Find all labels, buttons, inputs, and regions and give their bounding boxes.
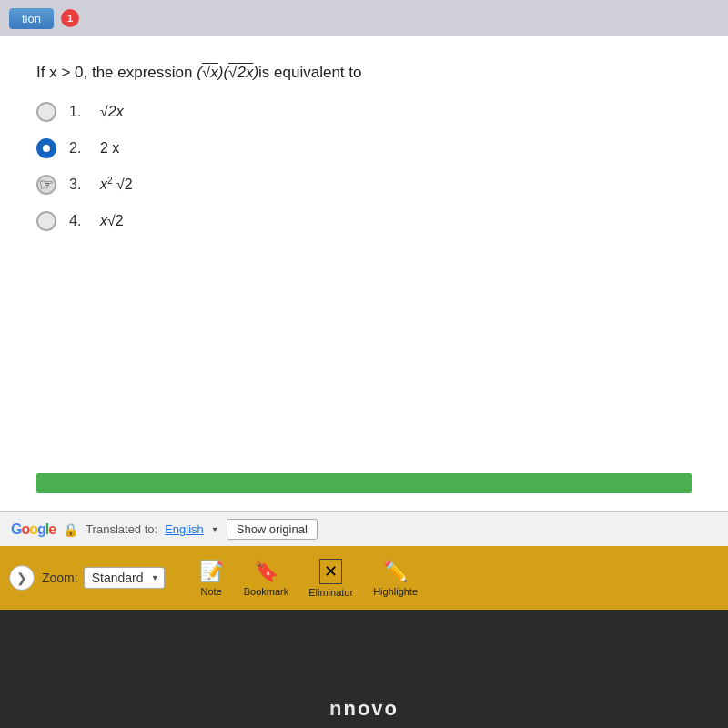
translated-to-label: Translated to: [86, 522, 157, 536]
eliminator-label: Eliminator [308, 587, 353, 598]
option-row-2[interactable]: 2. 2 x [36, 138, 692, 158]
notification-badge: 1 [61, 9, 79, 27]
option-number-2: 2. [69, 140, 87, 157]
language-dropdown-icon[interactable]: ▼ [211, 525, 219, 534]
option-math-1: √2x [100, 104, 124, 120]
radio-option-4[interactable] [36, 211, 56, 231]
laptop-keyboard-area: nnovo [0, 610, 728, 728]
question-area: If x > 0, the expression (√x)(√2x)is equ… [0, 36, 728, 511]
option-row-4[interactable]: 4. x√2 [36, 211, 692, 231]
tool-bookmark[interactable]: 🔖 Bookmark [235, 554, 298, 602]
highlighter-icon: ✏️ [383, 560, 408, 583]
lenovo-n-letter: n [329, 697, 343, 720]
eliminator-icon: ✕ [319, 559, 342, 584]
radio-option-3[interactable]: ☞ [36, 175, 56, 195]
language-link[interactable]: English [165, 522, 204, 536]
tool-highlighter[interactable]: ✏️ Highlighte [364, 554, 427, 602]
tools-section: 📝 Note 🔖 Bookmark ✕ Eliminator ✏️ Highli… [190, 553, 427, 603]
options-list: 1. √2x 2. 2 x ☞ 3. x2 √2 [36, 102, 692, 231]
green-progress-bar [36, 473, 692, 493]
option-math-2: 2 x [100, 140, 119, 157]
tool-note[interactable]: 📝 Note [190, 554, 233, 602]
question-expression: (√x)(√2x) [197, 64, 258, 81]
option-math-4: x√2 [100, 213, 124, 229]
lenovo-logo: nnovo [329, 697, 399, 721]
question-text: If x > 0, the expression (√x)(√2x)is equ… [36, 64, 692, 82]
zoom-label: Zoom: [42, 571, 78, 585]
radio-option-2[interactable] [36, 138, 56, 158]
laptop-background: tion 1 If x > 0, the expression (√x)(√2x… [0, 0, 728, 728]
highlighter-label: Highlighte [373, 586, 418, 597]
cursor-hand-icon: ☞ [39, 175, 54, 195]
option-number-4: 4. [69, 213, 87, 229]
option-number-1: 1. [69, 104, 87, 120]
option-row-1[interactable]: 1. √2x [36, 102, 692, 122]
translate-bar: Google 🔒 Translated to: English ▼ Show o… [0, 511, 728, 546]
browser-top-bar: tion 1 [0, 0, 728, 36]
screen: tion 1 If x > 0, the expression (√x)(√2x… [0, 0, 728, 610]
bookmark-icon: 🔖 [254, 560, 278, 583]
zoom-section: Zoom: Standard Large Small ▼ [42, 567, 165, 589]
back-button[interactable]: ❯ [9, 565, 35, 591]
bookmark-label: Bookmark [244, 586, 289, 597]
laptop-bottom: nnovo [0, 610, 728, 728]
lenovo-brand-text: novo [343, 697, 399, 720]
zoom-select[interactable]: Standard Large Small [84, 567, 165, 589]
option-math-3: x2 √2 [100, 176, 133, 193]
toolbar-bar: ❯ Zoom: Standard Large Small ▼ 📝 Note [0, 546, 728, 610]
note-icon: 📝 [199, 560, 224, 583]
nav-button[interactable]: tion [9, 8, 54, 29]
radio-option-1[interactable] [36, 102, 56, 122]
option-number-3: 3. [69, 177, 87, 193]
lock-icon: 🔒 [63, 522, 78, 537]
note-label: Note [201, 586, 222, 597]
show-original-button[interactable]: Show original [227, 519, 318, 540]
question-prefix: If x > 0, the expression [36, 64, 197, 81]
google-logo: Google [11, 521, 56, 538]
option-row-3[interactable]: ☞ 3. x2 √2 [36, 175, 692, 195]
question-suffix: is equivalent to [258, 64, 361, 81]
tool-eliminator[interactable]: ✕ Eliminator [299, 553, 362, 603]
zoom-dropdown-wrapper: Standard Large Small ▼ [84, 567, 165, 589]
